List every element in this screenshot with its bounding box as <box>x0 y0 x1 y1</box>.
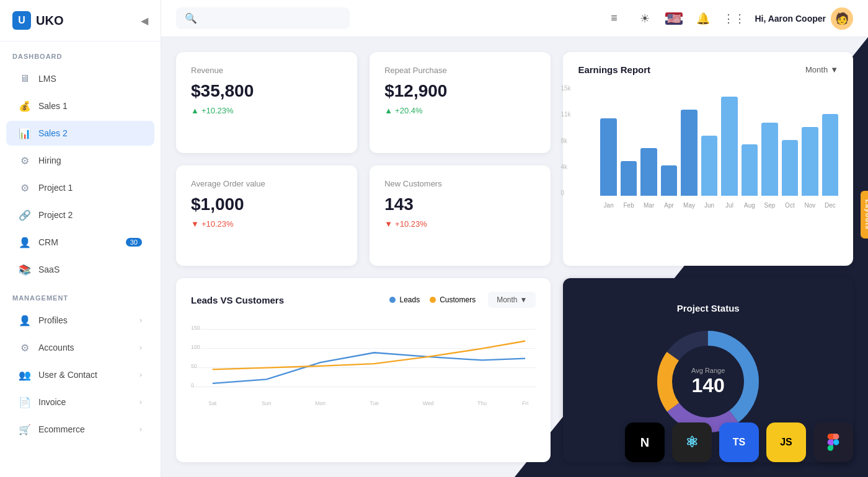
sidebar-item-label: Accounts <box>38 343 74 352</box>
sidebar: U UKO ◀ DASHBOARD 🖥 LMS 💰 Sales 1 📊 Sale… <box>0 0 161 477</box>
new-customers-value: 143 <box>384 195 536 214</box>
user-info[interactable]: Hi, Aaron Cooper 🧑 <box>755 7 853 30</box>
menu-icon-button[interactable]: ≡ <box>603 8 624 29</box>
revenue-card: Revenue $35,800 ▲ +10.23% <box>176 52 357 153</box>
leads-header: Leads VS Customers Leads Customers <box>191 292 536 308</box>
sidebar-item-sales1[interactable]: 💰 Sales 1 <box>6 94 154 118</box>
tech-logos-row: N ⚛ TS JS <box>625 422 853 462</box>
bar-group-may: May <box>681 110 697 209</box>
svg-text:0: 0 <box>191 382 194 388</box>
bar-chart: JanFebMarAprMayJunJulAugSepOctNovDec <box>600 85 838 209</box>
leads-period-selector[interactable]: Month ▼ <box>488 292 536 308</box>
sidebar-item-lms[interactable]: 🖥 LMS <box>6 66 154 91</box>
sidebar-item-crm[interactable]: 👤 CRM 30 <box>6 230 154 255</box>
sidebar-item-ecommerce[interactable]: 🛒 Ecommerce › <box>6 417 154 442</box>
main-area: 🔍 ≡ ☀ 🇺🇸 🔔 ⋮⋮ Hi, Aaron Cooper 🧑 Revenue… <box>161 0 868 477</box>
profiles-icon: 👤 <box>19 314 31 326</box>
sidebar-item-project2[interactable]: 🔗 Project 2 <box>6 203 154 227</box>
bar-label-aug: Aug <box>744 202 755 209</box>
leads-legend-item: Leads <box>389 295 420 304</box>
chevron-right-icon: › <box>140 343 142 352</box>
bar-group-feb: Feb <box>621 161 637 209</box>
bar-group-sep: Sep <box>761 123 777 209</box>
accounts-icon: ⚙ <box>19 341 31 354</box>
notifications-button[interactable]: 🔔 <box>693 8 714 29</box>
bar-label-jan: Jan <box>604 202 614 209</box>
search-box[interactable]: 🔍 <box>176 7 350 29</box>
javascript-logo: JS <box>766 422 806 462</box>
figma-logo <box>813 422 853 462</box>
svg-text:50: 50 <box>191 362 197 369</box>
donut-center: Avg Range 140 <box>691 367 725 397</box>
customers-legend-item: Customers <box>430 295 476 304</box>
chart-legend: Leads Customers <box>389 295 476 304</box>
project2-icon: 🔗 <box>19 209 31 221</box>
bar-group-dec: Dec <box>822 114 838 209</box>
arrow-down-icon: ▼ <box>384 219 392 229</box>
repeat-purchase-card: Repeat Purchase $12,900 ▲ +20.4% <box>370 52 551 153</box>
arrow-up-icon: ▲ <box>384 106 392 115</box>
earnings-period-selector[interactable]: Month ▼ <box>805 65 838 74</box>
hiring-icon: ⚙ <box>19 154 31 167</box>
sidebar-item-label: Profiles <box>38 315 68 325</box>
sidebar-item-accounts[interactable]: ⚙ Accounts › <box>6 335 154 360</box>
language-flag-button[interactable]: 🇺🇸 <box>665 12 683 25</box>
arrow-down-icon: ▼ <box>191 219 199 229</box>
sidebar-item-label: Sales 2 <box>38 128 68 138</box>
bar-group-oct: Oct <box>782 140 798 209</box>
sidebar-item-label: LMS <box>38 74 56 84</box>
bar-mar <box>640 148 657 196</box>
sidebar-item-label: Sales 1 <box>38 101 68 111</box>
bar-may <box>681 110 697 196</box>
lms-icon: 🖥 <box>19 72 31 85</box>
bar-group-jul: Jul <box>721 97 737 209</box>
bar-label-apr: Apr <box>664 202 674 209</box>
chevron-down-icon: ▼ <box>830 65 838 74</box>
chevron-right-icon: › <box>140 370 142 379</box>
leads-title: Leads VS Customers <box>191 295 284 305</box>
sidebar-item-profiles[interactable]: 👤 Profiles › <box>6 308 154 333</box>
svg-text:Fri: Fri <box>522 400 528 406</box>
revenue-label: Revenue <box>191 66 342 75</box>
project-status-title: Project Status <box>677 303 740 313</box>
earnings-header: Earnings Report Month ▼ <box>578 64 838 75</box>
layouts-tab[interactable]: Layouts <box>861 191 868 239</box>
svg-text:Tue: Tue <box>370 400 379 406</box>
avg-order-value: $1,000 <box>191 195 342 214</box>
sidebar-item-saas[interactable]: 📚 SaaS <box>6 257 154 282</box>
sidebar-item-hiring[interactable]: ⚙ Hiring <box>6 148 154 173</box>
sidebar-item-user-contact[interactable]: 👥 User & Contact › <box>6 362 154 387</box>
bar-feb <box>621 161 637 196</box>
svg-text:150: 150 <box>191 324 200 330</box>
avatar: 🧑 <box>831 7 853 30</box>
sidebar-collapse-button[interactable]: ◀ <box>141 15 148 27</box>
sidebar-item-label: CRM <box>38 237 58 247</box>
user-name: Hi, Aaron Cooper <box>755 14 826 24</box>
crm-icon: 👤 <box>19 236 31 248</box>
grid-menu-button[interactable]: ⋮⋮ <box>724 8 745 29</box>
avg-order-change: ▼ +10.23% <box>191 219 342 229</box>
chevron-right-icon: › <box>140 316 142 325</box>
bar-label-feb: Feb <box>624 202 634 209</box>
theme-toggle-button[interactable]: ☀ <box>634 8 655 29</box>
bar-aug <box>742 144 758 196</box>
sidebar-item-label: Project 1 <box>38 183 73 193</box>
sidebar-item-label: Ecommerce <box>38 424 85 434</box>
bar-label-sep: Sep <box>764 202 776 209</box>
content-grid: Revenue $35,800 ▲ +10.23% Repeat Purchas… <box>161 37 868 477</box>
avg-order-label: Average Order value <box>191 179 342 188</box>
bar-group-jan: Jan <box>600 118 616 209</box>
chevron-right-icon: › <box>140 425 142 434</box>
new-customers-change: ▼ +10.23% <box>384 219 536 229</box>
sidebar-item-sales2[interactable]: 📊 Sales 2 <box>6 121 154 146</box>
chevron-down-icon: ▼ <box>520 295 528 304</box>
sidebar-item-invoice[interactable]: 📄 Invoice › <box>6 390 154 414</box>
header: 🔍 ≡ ☀ 🇺🇸 🔔 ⋮⋮ Hi, Aaron Cooper 🧑 <box>161 0 868 37</box>
crm-badge: 30 <box>126 238 142 247</box>
logo: U UKO <box>12 11 63 30</box>
bar-jul <box>721 97 737 196</box>
leads-vs-customers-card: Leads VS Customers Leads Customers <box>176 278 551 462</box>
revenue-change: ▲ +10.23% <box>191 106 342 115</box>
header-icons: ≡ ☀ 🇺🇸 🔔 ⋮⋮ Hi, Aaron Cooper 🧑 <box>603 7 853 30</box>
sidebar-item-project1[interactable]: ⚙ Project 1 <box>6 175 154 200</box>
